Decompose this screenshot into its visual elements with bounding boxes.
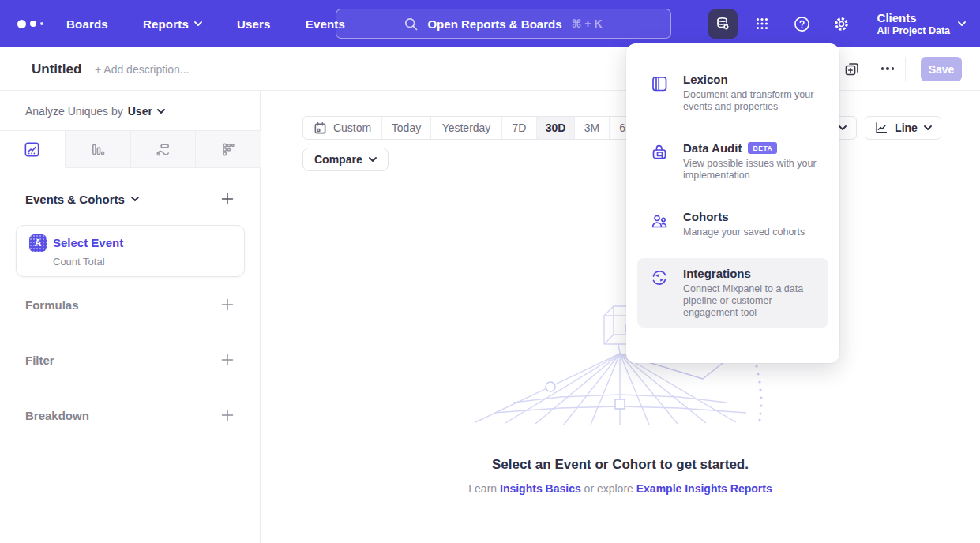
report-title[interactable]: Untitled	[32, 62, 81, 77]
events-cohorts-header[interactable]: Events & Cohorts	[25, 193, 139, 206]
calendar-icon	[314, 122, 327, 135]
integrations-description: Connect Mixpanel to a data pipeline or c…	[683, 283, 819, 319]
gear-icon	[832, 15, 850, 33]
search-shortcut: ⌘ + K	[571, 17, 602, 30]
save-button[interactable]: Save	[921, 57, 962, 81]
chevron-down-icon	[157, 109, 165, 114]
cohorts-users-icon	[650, 210, 670, 238]
breakdown-header: Breakdown	[25, 409, 89, 422]
flows-tab-icon	[154, 140, 172, 159]
add-breakdown-button[interactable]	[220, 408, 235, 422]
beta-badge: BETA	[748, 142, 777, 154]
events-cohorts-section: Events & Cohorts	[25, 192, 235, 206]
date-range-7d[interactable]: 7D	[502, 117, 537, 139]
add-description-field[interactable]: + Add description...	[95, 63, 189, 76]
chevron-down-icon	[924, 125, 932, 130]
menu-item-integrations[interactable]: Integrations Connect Mixpanel to a data …	[637, 258, 828, 328]
project-selector[interactable]: Clients All Project Data	[877, 11, 966, 37]
empty-state-links: Learn Insights Basics or explore Example…	[261, 482, 980, 495]
mixpanel-logo-icon[interactable]	[17, 20, 49, 28]
grid-dots-icon	[753, 15, 771, 32]
more-options-button[interactable]	[877, 59, 899, 78]
add-event-button[interactable]	[220, 192, 235, 206]
tab-bar-chart[interactable]	[66, 131, 131, 168]
report-canvas: Custom Today Yesterday 7D 30D 3M 6M Line…	[261, 91, 980, 543]
event-letter-badge: A	[29, 234, 47, 252]
cohorts-description: Manage your saved cohorts	[683, 227, 805, 238]
nav-item-users[interactable]: Users	[237, 17, 271, 31]
chevron-down-icon	[194, 21, 202, 26]
nav-menu: Boards Reports Users Events	[66, 17, 345, 31]
integrations-sync-icon	[650, 267, 670, 319]
formulas-section: Formulas	[25, 298, 235, 312]
or-explore-text: or explore	[584, 482, 633, 495]
filter-header: Filter	[25, 354, 54, 367]
chevron-down-icon	[839, 125, 847, 130]
database-gear-icon	[714, 15, 731, 32]
project-name: Clients	[877, 11, 950, 25]
chevron-down-icon	[131, 197, 139, 201]
analyze-entity-dropdown[interactable]: User	[128, 105, 165, 118]
global-search-button[interactable]: Open Reports & Boards ⌘ + K	[336, 9, 671, 39]
query-builder-sidebar: Analyze Uniques by User	[0, 91, 261, 543]
chevron-down-icon	[369, 157, 377, 162]
date-range-3m[interactable]: 3M	[575, 117, 610, 139]
count-type-label[interactable]: Count Total	[53, 256, 105, 268]
date-range-custom[interactable]: Custom	[303, 117, 382, 139]
data-audit-description: View possible issues with your implement…	[683, 158, 819, 182]
empty-state-title: Select an Event or Cohort to get started…	[261, 457, 980, 473]
example-reports-link[interactable]: Example Insights Reports	[636, 482, 772, 495]
apps-grid-button[interactable]	[748, 9, 777, 39]
search-icon	[404, 17, 418, 31]
date-range-yesterday[interactable]: Yesterday	[431, 117, 502, 139]
lexicon-description: Document and transform your events and p…	[683, 89, 819, 113]
top-nav: Boards Reports Users Events Open Reports…	[0, 0, 980, 47]
menu-item-data-audit[interactable]: Data Audit BETA View possible issues wit…	[637, 133, 828, 190]
chart-type-tabs	[0, 130, 261, 168]
date-range-30d-selected[interactable]: 30D	[537, 117, 575, 139]
search-label: Open Reports & Boards	[427, 17, 561, 31]
filter-section: Filter	[25, 353, 235, 367]
bar-chart-tab-icon	[88, 140, 107, 159]
line-chart-icon	[874, 121, 888, 135]
app-window: Boards Reports Users Events Open Reports…	[0, 0, 980, 543]
date-range-control: Custom Today Yesterday 7D 30D 3M 6M	[302, 116, 645, 140]
nav-item-boards[interactable]: Boards	[66, 17, 108, 31]
data-management-button[interactable]	[708, 9, 738, 39]
menu-item-lexicon[interactable]: Lexicon Document and transform your even…	[637, 64, 828, 122]
header-divider	[905, 57, 906, 81]
analyze-prefix-label: Analyze Uniques by	[25, 105, 123, 118]
formulas-header: Formulas	[25, 298, 79, 312]
insights-basics-link[interactable]: Insights Basics	[500, 482, 581, 495]
data-audit-title: Data Audit	[683, 141, 742, 155]
compare-button[interactable]: Compare	[302, 148, 389, 171]
project-scope: All Project Data	[877, 25, 950, 37]
duplicate-plus-icon	[843, 59, 862, 78]
help-button[interactable]	[787, 9, 817, 39]
tab-flows[interactable]	[131, 131, 197, 168]
date-range-today[interactable]: Today	[382, 117, 431, 139]
tab-insights-line[interactable]	[0, 131, 66, 168]
select-event-label[interactable]: Select Event	[53, 236, 123, 249]
data-audit-icon	[650, 141, 670, 182]
add-filter-button[interactable]	[220, 353, 235, 367]
retention-grid-tab-icon	[220, 140, 238, 159]
line-chart-tab-icon	[23, 140, 41, 159]
duplicate-report-button[interactable]	[843, 59, 862, 78]
chart-type-dropdown[interactable]: Line	[865, 116, 941, 140]
integrations-title: Integrations	[683, 267, 751, 280]
event-selector-card[interactable]: A Select Event Count Total	[16, 225, 245, 277]
nav-right-controls: Clients All Project Data	[708, 0, 966, 47]
learn-prefix: Learn	[468, 482, 497, 495]
analyze-row: Analyze Uniques by User	[25, 105, 165, 118]
help-icon	[793, 15, 811, 33]
nav-item-reports[interactable]: Reports	[143, 17, 202, 31]
settings-button[interactable]	[827, 9, 856, 39]
cohorts-title: Cohorts	[683, 210, 729, 223]
data-management-menu: Lexicon Document and transform your even…	[626, 43, 839, 363]
menu-item-cohorts[interactable]: Cohorts Manage your saved cohorts	[637, 201, 828, 247]
lexicon-book-icon	[650, 73, 670, 113]
add-formula-button[interactable]	[220, 298, 235, 312]
tab-retention-grid[interactable]	[196, 131, 261, 168]
chevron-down-icon	[958, 21, 966, 26]
